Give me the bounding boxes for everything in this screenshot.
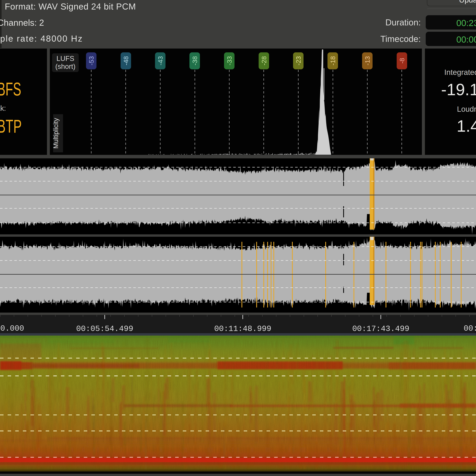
svg-text:00:00: 00:00 (456, 34, 476, 44)
svg-text:Multiplicity: Multiplicity (52, 118, 60, 149)
svg-text:1.4: 1.4 (457, 117, 476, 135)
svg-text:Sample rate: 48000 Hz: Sample rate: 48000 Hz (0, 34, 83, 43)
svg-text:-48: -48 (122, 56, 130, 65)
svg-text:0.000: 0.000 (0, 324, 24, 333)
svg-text:Duration:: Duration: (385, 17, 421, 27)
svg-text:Channels: 2: Channels: 2 (0, 18, 44, 28)
svg-text:00:17:43.499: 00:17:43.499 (352, 324, 409, 333)
svg-text:Loudness: Loudness (457, 105, 476, 113)
svg-text:-33: -33 (226, 56, 233, 65)
svg-text:-28: -28 (260, 56, 268, 65)
svg-text:-43: -43 (157, 56, 164, 65)
svg-text:00:11:48.999: 00:11:48.999 (214, 324, 271, 333)
svg-text:-19.1: -19.1 (441, 80, 476, 99)
svg-text:Timecode:: Timecode: (380, 34, 421, 44)
svg-text:-13: -13 (364, 56, 371, 65)
svg-text:-18: -18 (329, 56, 336, 65)
svg-text:-38: -38 (191, 56, 198, 65)
svg-text:-53: -53 (88, 56, 95, 65)
svg-text:-23: -23 (295, 56, 302, 65)
svg-text:Integrated: Integrated (444, 68, 476, 76)
svg-text:00:23: 00:23 (456, 18, 476, 28)
svg-text:BTP: BTP (0, 116, 22, 136)
svg-text:00:05:54.499: 00:05:54.499 (76, 324, 133, 333)
svg-text:(short): (short) (55, 63, 75, 70)
svg-text:00:23:37.999: 00:23:37.999 (464, 324, 476, 333)
svg-text:Peak:: Peak: (0, 104, 6, 112)
svg-text:LUFS: LUFS (56, 55, 74, 62)
svg-text:Update: Update (459, 0, 476, 4)
svg-text:-8: -8 (399, 58, 406, 64)
svg-text:Format: WAV Signed 24 bit PCM: Format: WAV Signed 24 bit PCM (5, 1, 136, 11)
svg-text:BFS: BFS (0, 79, 21, 100)
